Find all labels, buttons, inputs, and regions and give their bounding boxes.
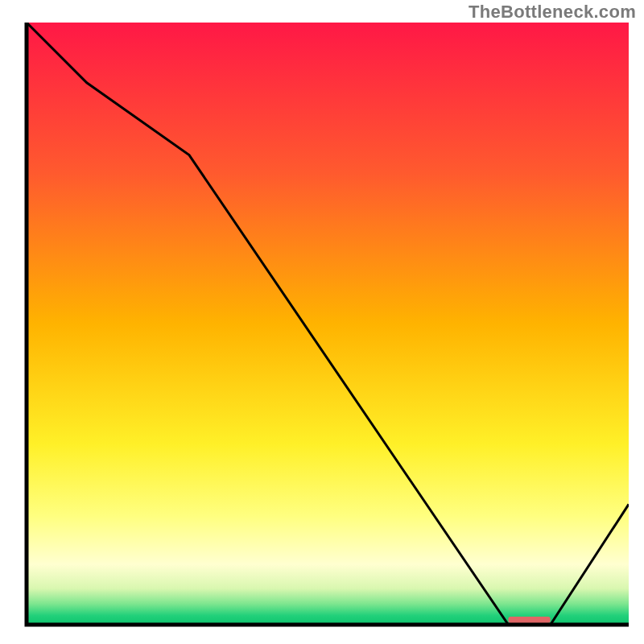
bottleneck-chart bbox=[0, 0, 644, 644]
chart-stage: TheBottleneck.com bbox=[0, 0, 644, 644]
plot-background bbox=[27, 23, 629, 625]
optimum-marker-band bbox=[508, 617, 550, 623]
